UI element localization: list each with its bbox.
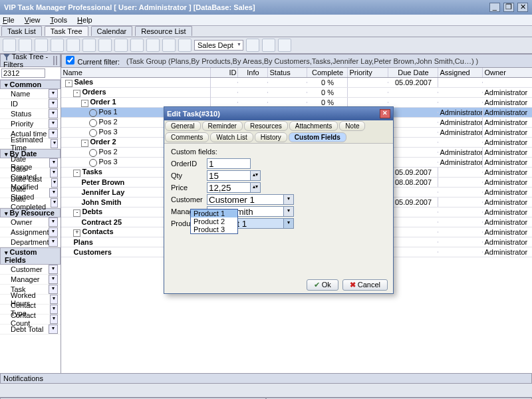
filter-item-dropdown[interactable]: ▾: [49, 109, 58, 118]
expander-icon[interactable]: -: [81, 100, 88, 107]
filter-item[interactable]: Manager▾: [0, 275, 61, 285]
filter-item[interactable]: Date Completed▾: [0, 198, 61, 208]
restore-button[interactable]: ❐: [503, 3, 514, 12]
dialog-close-button[interactable]: ✕: [380, 109, 390, 118]
expander-icon[interactable]: -: [81, 140, 88, 147]
filter-item-dropdown[interactable]: ▾: [49, 325, 58, 334]
filter-item[interactable]: Estimated Time▾: [0, 139, 61, 149]
tab-task-list[interactable]: Task List: [1, 26, 42, 36]
filter-item-dropdown[interactable]: ▾: [49, 227, 58, 237]
toolbar-btn-14[interactable]: [262, 39, 275, 52]
filter-item-dropdown[interactable]: ▾: [49, 89, 58, 98]
filter-item-dropdown[interactable]: ▾: [49, 285, 58, 294]
filter-item-dropdown[interactable]: ▾: [49, 158, 59, 168]
input-price[interactable]: [207, 182, 251, 193]
input-qty[interactable]: [207, 170, 251, 181]
dialog-tab[interactable]: Attachments: [289, 121, 338, 131]
dialog-tab[interactable]: Note: [339, 121, 365, 131]
filter-item[interactable]: Name▾: [0, 89, 61, 99]
filter-item-dropdown[interactable]: ▾: [49, 217, 58, 227]
col-assigned[interactable]: Assigned: [438, 68, 483, 77]
toolbar-btn-5[interactable]: [66, 39, 80, 52]
product-option-list[interactable]: Product 1Product 2Product 3: [190, 209, 238, 234]
filter-item-dropdown[interactable]: ▾: [51, 139, 59, 148]
filter-item-dropdown[interactable]: ▾: [49, 275, 58, 284]
col-complete[interactable]: Complete: [307, 68, 348, 77]
filter-item[interactable]: Priority▾: [0, 119, 61, 129]
col-name[interactable]: Name: [61, 68, 211, 77]
product-option[interactable]: Product 2: [191, 217, 237, 225]
filters-pin-button[interactable]: [53, 56, 55, 65]
dialog-tab[interactable]: Custom Fields: [289, 132, 346, 142]
menu-file[interactable]: FFileile: [3, 16, 15, 24]
toolbar-btn-11[interactable]: [162, 39, 176, 52]
tab-task-tree[interactable]: Task Tree: [45, 26, 88, 36]
filter-item[interactable]: Status▾: [0, 109, 61, 119]
dialog-title-bar[interactable]: Edit Task(#310) ✕: [164, 107, 393, 120]
dialog-tab[interactable]: General: [165, 121, 201, 131]
product-option[interactable]: Product 1: [191, 209, 237, 217]
filter-item[interactable]: Customer▾: [0, 265, 61, 275]
col-id[interactable]: ID: [211, 68, 238, 77]
col-priority[interactable]: Priority: [348, 68, 388, 77]
dialog-tab[interactable]: Comments: [165, 132, 209, 142]
current-filter-check[interactable]: Current filter:: [66, 56, 120, 66]
minimize-button[interactable]: _: [489, 3, 500, 12]
product-dropdown[interactable]: ▾: [283, 218, 294, 229]
tree-row[interactable]: -Orders0 %Administrator: [61, 88, 532, 98]
filter-item-dropdown[interactable]: ▾: [51, 178, 58, 188]
col-owner[interactable]: Owner: [483, 68, 532, 77]
filter-item-dropdown[interactable]: ▾: [49, 237, 58, 247]
expander-icon[interactable]: +: [73, 229, 80, 237]
dialog-tab[interactable]: History: [255, 132, 287, 142]
price-spin[interactable]: ▴▾: [250, 182, 261, 193]
filter-item-dropdown[interactable]: ▾: [50, 305, 59, 314]
tab-resource-list[interactable]: Resource List: [135, 26, 192, 36]
filter-group-byresource[interactable]: By Resource: [0, 208, 61, 217]
menu-tools[interactable]: Tools: [50, 16, 67, 24]
toolbar-btn-15[interactable]: [278, 39, 291, 52]
filter-group-common[interactable]: Common: [0, 80, 61, 89]
filter-item-dropdown[interactable]: ▾: [49, 265, 58, 274]
filter-item[interactable]: Contact Count▾: [0, 315, 61, 325]
close-window-button[interactable]: ✕: [517, 3, 528, 12]
filter-item-dropdown[interactable]: ▾: [50, 315, 58, 324]
toolbar-btn-10[interactable]: [146, 39, 160, 52]
toolbar-btn-2[interactable]: [19, 39, 32, 52]
filter-item[interactable]: Owner▾: [0, 217, 61, 227]
toolbar-btn-1[interactable]: [3, 39, 16, 52]
filter-item[interactable]: ID▾: [0, 99, 61, 109]
menu-view[interactable]: View: [25, 16, 41, 24]
toolbar-btn-13[interactable]: [246, 39, 259, 52]
product-option[interactable]: Product 3: [191, 225, 237, 233]
toolbar-btn-6[interactable]: [82, 39, 96, 52]
dept-combo[interactable]: Sales Dept: [194, 40, 243, 51]
expander-icon[interactable]: -: [73, 209, 80, 217]
dialog-tab[interactable]: Reminder: [202, 121, 243, 131]
dialog-tab[interactable]: Resources: [244, 121, 288, 131]
toolbar-btn-4[interactable]: [51, 39, 64, 52]
filter-item-dropdown[interactable]: ▾: [49, 99, 58, 108]
filter-group-custom[interactable]: Custom Fields: [0, 247, 61, 265]
toolbar-btn-7[interactable]: [98, 39, 112, 52]
toolbar-btn-12[interactable]: [178, 39, 192, 52]
manager-dropdown[interactable]: ▾: [283, 206, 294, 217]
dialog-tab[interactable]: Watch List: [210, 132, 253, 142]
col-info[interactable]: Info: [238, 68, 268, 77]
expander-icon[interactable]: -: [73, 170, 80, 177]
customer-dropdown[interactable]: ▾: [283, 194, 294, 205]
filter-item[interactable]: Debt Total▾: [0, 325, 61, 334]
tab-calendar[interactable]: Calendar: [91, 26, 133, 36]
filter-item[interactable]: Department▾: [0, 237, 61, 247]
expander-icon[interactable]: -: [65, 80, 72, 87]
input-customer[interactable]: [207, 194, 284, 205]
toolbar-btn-9[interactable]: [130, 39, 144, 52]
input-orderid[interactable]: [207, 158, 251, 169]
toolbar-btn-3[interactable]: [35, 39, 48, 52]
filter-search-input[interactable]: [1, 68, 45, 78]
col-status[interactable]: Status: [268, 68, 307, 77]
filter-item-dropdown[interactable]: ▾: [49, 119, 58, 128]
filter-item-dropdown[interactable]: ▾: [51, 198, 58, 207]
cancel-button[interactable]: ✖ Cancel: [342, 279, 388, 291]
qty-spin[interactable]: ▴▾: [250, 170, 261, 181]
